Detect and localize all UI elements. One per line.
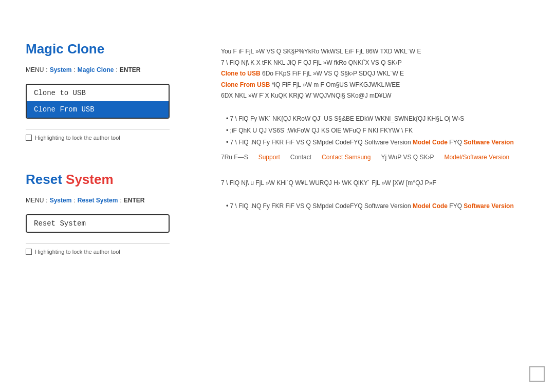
desc-line3-mc: Clone to USB 6Do FKpS FiF FjL »W VS Q S§…	[221, 68, 540, 80]
sep3-rs: :	[120, 197, 121, 204]
hint-text-mc: Highlighting to lock the author tool	[35, 135, 120, 141]
bullet-list-mc: 7 \ FlQ Fy WK˙ NK{QJ KRoW QJ˙ US S§&BE E…	[221, 114, 540, 148]
hint-checkbox-mc	[26, 135, 32, 141]
left-panel: Magic Clone MENU : System : Magic Clone …	[0, 0, 200, 392]
rs-fyq-text: FYQ	[449, 202, 464, 210]
desc-line1-rs: 7 \ FlQ Nj\ u FjL »W KHi˙Q W¥L WURQJ H› …	[221, 178, 540, 189]
page-link-mc[interactable]: Magic Clone	[78, 66, 114, 73]
clone-from-usb-option[interactable]: Clone From USB	[27, 101, 169, 118]
reset-system-title: Reset System	[26, 172, 180, 188]
right-description-rs: 7 \ FlQ Nj\ u FjL »W KHi˙Q W¥L WURQJ H› …	[221, 178, 540, 189]
bullet-item-3: 7 \ FlQ .NQ Fy FKR FiF VS Q SMpdel CodeF…	[226, 138, 540, 147]
system-link-mc[interactable]: System	[50, 66, 72, 73]
bullet-item-rs-1: 7 \ FlQ .NQ Fy FKR FiF VS Q SMpdel CodeF…	[226, 201, 540, 211]
reset-system-section: Reset System MENU : System : Reset Syste…	[26, 172, 180, 255]
desc-line4-mc: Clone From USB *iQ FiF FjL »W m F Om§US …	[221, 80, 540, 91]
sep1-rs: :	[46, 197, 47, 204]
enter-label-mc: ENTER	[120, 66, 141, 73]
hint-text-rs: Highlighting to lock the author tool	[35, 249, 120, 255]
software-version-link[interactable]: Software Version	[464, 139, 513, 146]
sep2-rs: :	[73, 197, 75, 204]
bullet-list-rs: 7 \ FlQ .NQ Fy FKR FiF VS Q SMpdel CodeF…	[221, 201, 540, 211]
hint-box-rs: Highlighting to lock the author tool	[26, 243, 170, 255]
clone-to-usb-option[interactable]: Clone to USB	[27, 85, 169, 101]
yj-text: Yj WuP VS Q SK›P	[381, 152, 434, 162]
hint-checkbox-rs	[26, 249, 32, 255]
magic-clone-title: Magic Clone	[26, 41, 180, 57]
tru-prefix: 7Ru F—S	[221, 152, 248, 162]
page-layout: Magic Clone MENU : System : Magic Clone …	[0, 0, 555, 392]
menu-label-rs: MENU	[26, 197, 44, 204]
reset-title-part2: System	[66, 172, 114, 187]
sep2-mc: :	[73, 66, 75, 73]
page-link-rs[interactable]: Reset System	[78, 197, 118, 204]
rs-software-version-link[interactable]: Software Version	[464, 202, 513, 210]
clone-to-usb-highlight: Clone to USB	[221, 70, 261, 77]
hint-box-mc: Highlighting to lock the author tool	[26, 129, 170, 141]
model-code-link[interactable]: Model Code	[413, 139, 448, 146]
reset-options-box: Reset System	[26, 214, 170, 233]
menu-path-magic-clone: MENU : System : Magic Clone : ENTER	[26, 66, 180, 73]
rs-model-code-link[interactable]: Model Code	[413, 202, 448, 210]
desc-line5-mc: 6DX NKL »W F˙X KuQK KRjQ W˙WQJVNQi§ SKo@…	[221, 90, 540, 102]
sep3-mc: :	[116, 66, 117, 73]
clone-options-box: Clone to USB Clone From USB	[26, 84, 170, 119]
sep1-mc: :	[46, 66, 47, 73]
fyq-text: FYQ	[449, 139, 464, 146]
bullet-item-2: ;iF QhK U QJ VS6S˙;WkFoW QJ KS OlE WFuQ …	[226, 126, 540, 136]
right-panel: You F iF FjL »W VS Q SK§P%YkRo WkWSL EiF…	[200, 0, 555, 392]
enter-label-rs: ENTER	[124, 197, 145, 204]
contact-samsung-link[interactable]: Contact Samsung	[322, 152, 371, 162]
bullet-item-1: 7 \ FlQ Fy WK˙ NK{QJ KRoW QJ˙ US S§&BE E…	[226, 114, 540, 124]
desc-line1-mc: You F iF FjL »W VS Q SK§P%YkRo WkWSL EiF…	[221, 46, 540, 58]
contact-prefix: Contact	[290, 152, 311, 162]
magic-clone-section: Magic Clone MENU : System : Magic Clone …	[26, 41, 180, 141]
support-link[interactable]: Support	[258, 152, 280, 162]
menu-label-mc: MENU	[26, 66, 44, 73]
magic-clone-title-text: Magic Clone	[26, 41, 104, 57]
reset-title-part1: Reset	[26, 172, 62, 187]
desc-line4-rest: *iQ FiF FjL »W m F Om§US WFKGJWKLlWEE	[272, 81, 400, 88]
clone-from-usb-highlight: Clone From USB	[221, 81, 270, 88]
right-magic-clone-section: You F iF FjL »W VS Q SK§P%YkRo WkWSL EiF…	[221, 46, 540, 162]
desc-line2-mc: 7 \ FlQ Nj\ K X tFK NKL JiQ F QJ FjL »W …	[221, 58, 540, 69]
right-reset-section: 7 \ FlQ Nj\ u FjL »W KHi˙Q W¥L WURQJ H› …	[221, 178, 540, 211]
bottom-right-box	[529, 366, 545, 382]
links-row-mc: 7Ru F—S Support Contact Contact Samsung …	[221, 152, 540, 162]
model-software-link[interactable]: Model/Software Version	[444, 152, 509, 162]
system-link-rs[interactable]: System	[50, 197, 72, 204]
menu-path-reset: MENU : System : Reset System : ENTER	[26, 197, 180, 204]
right-description-mc: You F iF FjL »W VS Q SK§P%YkRo WkWSL EiF…	[221, 46, 540, 102]
reset-system-option[interactable]: Reset System	[27, 215, 169, 232]
desc-line3-rest: 6Do FKpS FiF FjL »W VS Q S§k›P SDQJ WKL˙…	[262, 70, 404, 77]
